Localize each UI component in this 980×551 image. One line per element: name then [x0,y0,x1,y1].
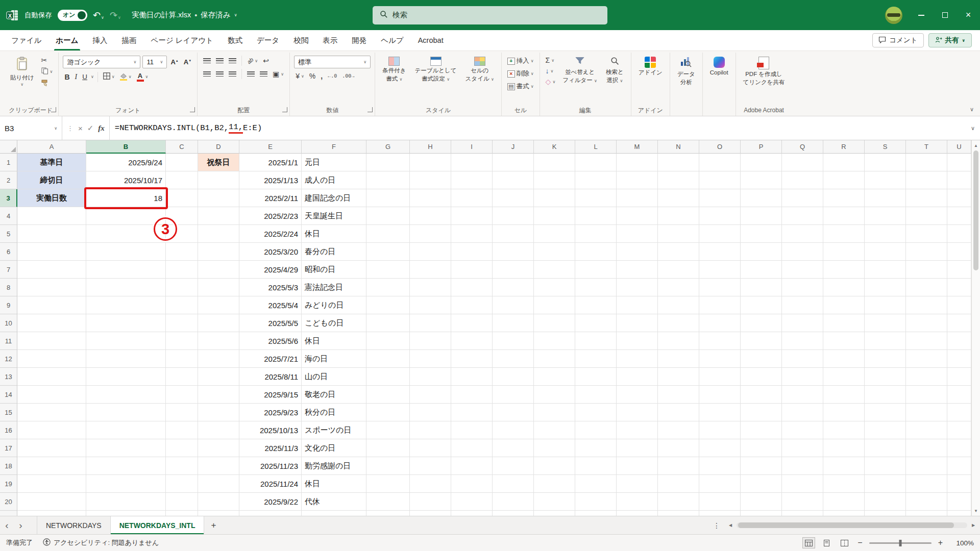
cell-O12[interactable] [699,350,741,368]
cell-F21[interactable]: 代休 [302,511,366,516]
cell-E12[interactable]: 2025/7/21 [239,350,302,368]
cell-Q7[interactable] [782,261,823,279]
cell-Q11[interactable] [782,332,823,350]
cell-N3[interactable] [658,189,699,207]
row-header-2[interactable]: 2 [0,171,17,189]
cell-Q13[interactable] [782,368,823,386]
cell-I12[interactable] [451,350,493,368]
cell-U3[interactable] [947,189,971,207]
format-as-table-button[interactable]: テーブルとして 書式設定 ∨ [411,55,459,84]
cell-R1[interactable] [823,154,865,171]
cell-F9[interactable]: みどりの日 [302,296,366,314]
cell-D17[interactable] [198,439,239,457]
cell-G10[interactable] [366,314,410,332]
cell-Q6[interactable] [782,243,823,261]
format-cells-button[interactable]: ▤書式∨ [506,81,535,92]
page-break-view-button[interactable] [838,537,851,548]
cell-O8[interactable] [699,279,741,296]
cell-E16[interactable]: 2025/10/13 [239,421,302,439]
cell-L10[interactable] [575,314,617,332]
cell-D19[interactable] [198,475,239,493]
cell-L8[interactable] [575,279,617,296]
cell-L4[interactable] [575,207,617,225]
cell-U12[interactable] [947,350,971,368]
cell-F4[interactable]: 天皇誕生日 [302,207,366,225]
cell-M2[interactable] [617,171,658,189]
cell-F8[interactable]: 憲法記念日 [302,279,366,296]
cell-L21[interactable] [575,511,617,516]
cell-O21[interactable] [699,511,741,516]
cell-G7[interactable] [366,261,410,279]
cell-B4[interactable] [86,207,166,225]
grow-font-button[interactable]: A▲ [169,57,180,67]
autosave-toggle[interactable]: オン [58,10,87,21]
column-header-C[interactable]: C [166,140,198,154]
cell-L11[interactable] [575,332,617,350]
cell-F1[interactable]: 元日 [302,154,366,171]
cell-T20[interactable] [906,493,947,511]
cell-K16[interactable] [534,421,575,439]
column-header-U[interactable]: U [947,140,971,154]
cell-A14[interactable] [17,386,86,404]
cell-P4[interactable] [741,207,782,225]
alignment-dialog-launcher[interactable] [282,107,287,112]
cell-P12[interactable] [741,350,782,368]
row-header-8[interactable]: 8 [0,279,17,296]
ribbon-tab-11[interactable]: Acrobat [411,30,451,51]
cell-S10[interactable] [865,314,906,332]
cell-S6[interactable] [865,243,906,261]
cell-M9[interactable] [617,296,658,314]
cell-C7[interactable] [166,261,198,279]
column-header-R[interactable]: R [823,140,865,154]
cell-A15[interactable] [17,404,86,421]
find-select-button[interactable]: 検索と 選択 ∨ [603,55,627,86]
align-top-button[interactable] [202,57,212,65]
cell-B10[interactable] [86,314,166,332]
user-avatar[interactable] [885,7,902,24]
cell-U19[interactable] [947,475,971,493]
cell-L2[interactable] [575,171,617,189]
cell-H21[interactable] [410,511,451,516]
cell-A8[interactable] [17,279,86,296]
cell-J13[interactable] [493,368,534,386]
autosum-button[interactable]: Σ∨ [544,56,557,65]
paste-button[interactable]: 貼り付け ∨ [7,55,37,88]
column-header-N[interactable]: N [658,140,699,154]
decrease-indent-button[interactable] [246,70,256,78]
cell-D14[interactable] [198,386,239,404]
orientation-button[interactable]: ab∨ [246,57,259,65]
cell-Q2[interactable] [782,171,823,189]
row-header-6[interactable]: 6 [0,243,17,261]
close-button[interactable]: × [957,0,980,30]
cell-D20[interactable] [198,493,239,511]
ribbon-tab-6[interactable]: データ [250,30,286,51]
cell-C19[interactable] [166,475,198,493]
cell-U20[interactable] [947,493,971,511]
cell-T15[interactable] [906,404,947,421]
cell-M12[interactable] [617,350,658,368]
cell-S15[interactable] [865,404,906,421]
cell-L5[interactable] [575,225,617,243]
enter-button[interactable]: ✓ [87,123,94,133]
cell-E14[interactable]: 2025/9/15 [239,386,302,404]
ribbon-tab-4[interactable]: ページ レイアウト [144,30,220,51]
redo-button[interactable]: ↷∨ [110,11,121,20]
cell-I8[interactable] [451,279,493,296]
row-header-14[interactable]: 14 [0,386,17,404]
cell-F6[interactable]: 春分の日 [302,243,366,261]
cell-D9[interactable] [198,296,239,314]
cell-I15[interactable] [451,404,493,421]
cell-E17[interactable]: 2025/11/3 [239,439,302,457]
cell-U15[interactable] [947,404,971,421]
cell-P5[interactable] [741,225,782,243]
cell-U14[interactable] [947,386,971,404]
cell-B7[interactable] [86,261,166,279]
cell-H16[interactable] [410,421,451,439]
cell-D6[interactable] [198,243,239,261]
cell-K2[interactable] [534,171,575,189]
cell-A12[interactable] [17,350,86,368]
cell-U6[interactable] [947,243,971,261]
cell-N10[interactable] [658,314,699,332]
cell-R7[interactable] [823,261,865,279]
cell-Q3[interactable] [782,189,823,207]
